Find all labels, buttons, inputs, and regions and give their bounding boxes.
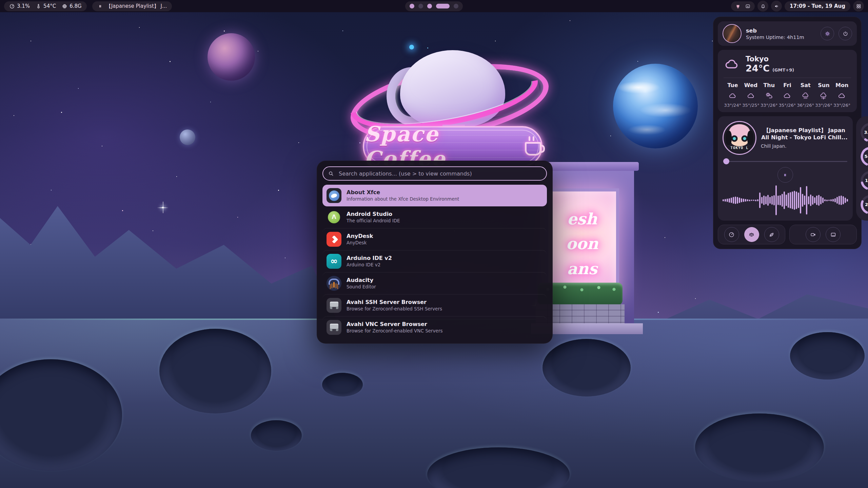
screenshot-icon xyxy=(745,3,751,9)
play-pause-button[interactable] xyxy=(777,167,793,183)
slider-handle[interactable] xyxy=(723,158,729,164)
media-player-card: TOKYO L 【Japanese Playlist】 Japan All Ni… xyxy=(718,116,853,221)
app-description: Browse for Zeroconf-enabled SSH Servers xyxy=(347,306,442,312)
waveform-bar xyxy=(798,192,799,208)
waveform-bar xyxy=(731,198,732,203)
tray-cat-icon[interactable] xyxy=(735,3,741,9)
app-list: About Xfce Information about the Xfce De… xyxy=(322,185,547,338)
weather-temperature: 24°C xyxy=(746,63,770,74)
waveform-bar xyxy=(818,195,820,206)
volume-button[interactable] xyxy=(771,1,782,12)
app-description: AnyDesk xyxy=(347,240,373,246)
app-item-audacity[interactable]: Audacity Sound Editor xyxy=(322,272,547,294)
workspace-dot-1[interactable] xyxy=(410,4,414,8)
app-item-avahi-vnc-server-browser[interactable]: Avahi VNC Server Browser Browse for Zero… xyxy=(322,316,547,338)
app-item-about-xfce[interactable]: About Xfce Information about the Xfce De… xyxy=(322,185,547,206)
waveform-bar xyxy=(832,199,834,202)
waveform-bar xyxy=(847,199,848,202)
gear-icon xyxy=(824,30,831,37)
rain-icon xyxy=(801,92,810,100)
weather-cloud-icon xyxy=(724,56,741,73)
power-saver-button[interactable] xyxy=(764,227,779,242)
workspace-dot-2[interactable] xyxy=(418,4,423,8)
desktop-root: Space Coffee eshoonans 3.1%54°C6.8G xyxy=(0,0,868,488)
media-pill-label: 【Japanese Playlist】 J... xyxy=(106,3,167,9)
coffee-shop: eshoonans xyxy=(540,169,634,334)
performance-button[interactable] xyxy=(724,227,739,242)
tray-screenshot-icon[interactable] xyxy=(745,3,751,9)
waveform-bar xyxy=(755,200,756,201)
app-item-android-studio[interactable]: Android Studio The official Android IDE xyxy=(322,206,547,228)
crater xyxy=(790,332,865,380)
waveform-bar xyxy=(739,198,740,203)
waveform-bar xyxy=(735,197,736,204)
app-title: Avahi SSH Server Browser xyxy=(347,299,442,306)
waveform-bar xyxy=(794,191,795,210)
clock[interactable]: 17:09 - Tue, 19 Aug xyxy=(785,1,850,11)
androidstudio-app-icon xyxy=(327,210,341,225)
media-pill[interactable]: 【Japanese Playlist】 J... xyxy=(92,1,172,11)
gauge-chip: 14% xyxy=(860,170,868,191)
audacity-app-icon xyxy=(327,276,341,291)
progress-slider[interactable] xyxy=(723,158,848,164)
waveform-bar xyxy=(802,194,803,207)
waveform-bar xyxy=(727,199,728,202)
user-card: seb System Uptime: 4h11m xyxy=(718,21,857,46)
app-title: Android Studio xyxy=(347,210,400,218)
camera-icon xyxy=(810,231,816,238)
cat-icon xyxy=(735,3,741,9)
stat-chip: 6.8G xyxy=(62,3,81,9)
workspace-dot-3[interactable] xyxy=(427,4,432,8)
waveform-bar xyxy=(841,196,842,205)
stat-thermometer: 54°C xyxy=(36,3,56,9)
waveform-bar xyxy=(839,196,840,205)
app-item-arduino-ide-v2[interactable]: Arduino IDE v2 Arduino IDE v2 xyxy=(322,250,547,272)
system-gauges-card: 3.1% 54°C 14% 24% xyxy=(856,116,868,221)
power-icon xyxy=(842,30,849,37)
power-button[interactable] xyxy=(839,27,852,40)
waveform-bar xyxy=(800,187,801,214)
leaf-icon xyxy=(768,231,775,238)
top-bar: 3.1%54°C6.8G 【Japanese Playlist】 J... 17… xyxy=(0,0,868,12)
search-input[interactable] xyxy=(322,166,547,181)
album-art[interactable]: TOKYO L xyxy=(723,121,756,155)
app-description: The official Android IDE xyxy=(347,218,400,224)
waveform-bar xyxy=(824,199,826,201)
gauge-thermometer: 54°C xyxy=(860,146,868,167)
settings-button[interactable] xyxy=(821,27,834,40)
app-description: Browse for Zeroconf-enabled VNC Servers xyxy=(347,328,442,334)
overview-button[interactable] xyxy=(853,1,864,12)
waveform-bar xyxy=(723,199,724,201)
waveform-bar xyxy=(733,197,734,204)
workspace-dot-5[interactable] xyxy=(454,4,458,8)
system-tray[interactable] xyxy=(731,1,755,11)
waveform-bar xyxy=(747,199,748,201)
waveform-bar xyxy=(757,199,758,201)
workspace-dot-4[interactable] xyxy=(436,4,450,8)
balanced-button[interactable] xyxy=(744,227,759,242)
notifications-button[interactable] xyxy=(757,1,768,12)
screen-record-button[interactable] xyxy=(806,227,821,242)
waveform-bar xyxy=(751,200,752,201)
bell-icon xyxy=(760,3,766,9)
search-icon xyxy=(328,170,334,177)
waveform-bar xyxy=(741,198,742,202)
app-item-avahi-ssh-server-browser[interactable]: Avahi SSH Server Browser Browse for Zero… xyxy=(322,294,547,316)
waveform-bar xyxy=(810,195,811,206)
screenshot-button[interactable] xyxy=(826,227,841,242)
waveform-bar xyxy=(771,196,773,205)
weather-city: Tokyo xyxy=(746,55,794,63)
chip-icon xyxy=(62,3,67,9)
waveform-bar xyxy=(804,196,805,205)
workspace-switcher xyxy=(405,1,463,11)
waveform-bar xyxy=(816,196,817,205)
waveform-bar xyxy=(845,198,846,203)
waveform-bar xyxy=(808,196,809,204)
waveform-bar xyxy=(814,197,815,203)
waveform-bar xyxy=(812,196,813,205)
waveform-bar xyxy=(769,197,771,204)
system-stats-pill[interactable]: 3.1%54°C6.8G xyxy=(4,1,87,11)
waveform-bar xyxy=(763,196,765,205)
app-item-anydesk[interactable]: AnyDesk AnyDesk xyxy=(322,228,547,250)
app-description: Arduino IDE v2 xyxy=(347,262,392,268)
